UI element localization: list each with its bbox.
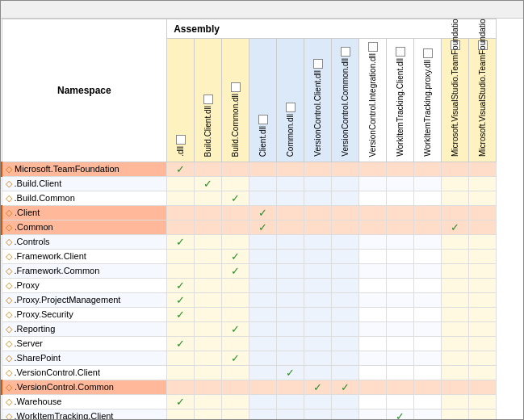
- data-cell-0-2: [222, 162, 249, 177]
- data-cell-16-1: [195, 395, 222, 410]
- data-cell-0-7: [359, 162, 387, 177]
- data-cell-8-1: [195, 279, 222, 293]
- data-cell-8-0: ✓: [167, 279, 195, 293]
- col-checkbox-7[interactable]: [368, 42, 378, 52]
- data-cell-13-6: [332, 351, 359, 366]
- col-label-3: Client.dll: [258, 126, 267, 157]
- ns-name-3: .Client: [15, 208, 40, 217]
- data-cell-9-10: [442, 293, 469, 308]
- col-checkbox-4[interactable]: [286, 103, 296, 112]
- col-checkbox-6[interactable]: [341, 47, 350, 57]
- data-cell-10-0: ✓: [167, 308, 195, 322]
- col-checkbox-0[interactable]: [176, 135, 186, 145]
- table-row: ◇ .Server✓: [2, 337, 497, 351]
- ns-cell-14: ◇ .VersionControl.Client: [2, 366, 167, 380]
- data-cell-17-0: [167, 410, 195, 420]
- checkmark-4-10: ✓: [451, 221, 459, 233]
- title-bar: [1, 1, 523, 19]
- col-header-5: VersionControl.Client.dll: [304, 39, 332, 162]
- data-cell-5-4: [277, 235, 304, 250]
- data-cell-12-10: [442, 337, 469, 351]
- data-cell-2-4: [277, 191, 304, 206]
- col-checkbox-2[interactable]: [231, 82, 241, 92]
- data-cell-7-8: [387, 264, 414, 279]
- diamond-8: ◇: [6, 280, 15, 290]
- checkmark-3-3: ✓: [258, 207, 267, 219]
- data-cell-13-8: [387, 351, 414, 366]
- data-cell-3-11: [469, 206, 497, 220]
- col-label-1: Build.Client.dll: [203, 106, 212, 157]
- checkmark-0-0: ✓: [176, 163, 185, 175]
- data-cell-1-10: [442, 177, 469, 191]
- data-cell-14-3: [249, 366, 277, 380]
- data-cell-12-6: [332, 337, 359, 351]
- data-cell-4-7: [359, 220, 387, 235]
- data-cell-6-8: [387, 250, 414, 264]
- data-cell-13-0: [167, 351, 195, 366]
- ns-name-9: .Proxy.ProjectManagement: [15, 295, 121, 304]
- data-cell-14-11: [469, 366, 497, 380]
- data-cell-14-10: [442, 366, 469, 380]
- col-header-0: .dll: [167, 39, 195, 162]
- data-cell-11-3: [249, 322, 277, 337]
- col-checkbox-9[interactable]: [423, 48, 433, 58]
- data-cell-1-4: [277, 177, 304, 191]
- table-row: ◇ .Client✓: [2, 206, 497, 220]
- ns-cell-13: ◇ .SharePoint: [2, 351, 167, 366]
- ns-cell-11: ◇ .Reporting: [2, 322, 167, 337]
- data-cell-5-2: [222, 235, 249, 250]
- diamond-0: ◇: [6, 164, 15, 174]
- ns-name-6: .Framework.Client: [15, 251, 86, 261]
- table-row: ◇ .SharePoint✓: [2, 351, 497, 366]
- col-label-7: VersionControl.Integration.dll: [368, 53, 377, 157]
- data-cell-14-4: ✓: [277, 366, 304, 380]
- col-label-10: Microsoft.VisualStudio.TeamFoundation.dl…: [451, 52, 459, 157]
- data-cell-11-8: [387, 322, 414, 337]
- data-cell-2-7: [359, 191, 387, 206]
- data-cell-12-4: [277, 337, 304, 351]
- ns-cell-4: ◇ .Common: [2, 220, 167, 235]
- col-label-11: Microsoft.VisualStudio.TeamFoundation.Cl…: [478, 52, 487, 157]
- col-header-9: WorkItemTracking.proxy.dll: [414, 39, 442, 162]
- data-cell-8-8: [387, 279, 414, 293]
- data-cell-13-5: [304, 351, 332, 366]
- diamond-12: ◇: [6, 338, 15, 348]
- data-cell-10-10: [442, 308, 469, 322]
- data-cell-10-2: [222, 308, 249, 322]
- data-cell-1-5: [304, 177, 332, 191]
- data-cell-9-4: [277, 293, 304, 308]
- ns-cell-15: ◇ .VersionControl.Common: [2, 380, 167, 395]
- checkmark-2-2: ✓: [231, 192, 240, 204]
- data-cell-1-6: [332, 177, 359, 191]
- data-cell-12-8: [387, 337, 414, 351]
- data-cell-4-5: [304, 220, 332, 235]
- data-cell-15-7: [359, 380, 387, 395]
- data-cell-2-1: [195, 191, 222, 206]
- col-label-5: VersionControl.Client.dll: [313, 70, 322, 157]
- data-cell-15-6: ✓: [332, 380, 359, 395]
- diamond-9: ◇: [6, 295, 15, 304]
- data-cell-6-4: [277, 250, 304, 264]
- data-cell-3-3: ✓: [249, 206, 277, 220]
- diamond-10: ◇: [6, 309, 15, 319]
- col-checkbox-8[interactable]: [396, 47, 405, 57]
- data-cell-2-6: [332, 191, 359, 206]
- data-cell-9-0: ✓: [167, 293, 195, 308]
- data-cell-3-8: [387, 206, 414, 220]
- data-cell-1-3: [249, 177, 277, 191]
- namespace-header: Namespace: [2, 19, 167, 162]
- data-cell-7-0: [167, 264, 195, 279]
- checkmark-12-0: ✓: [176, 338, 185, 350]
- data-cell-14-1: [195, 366, 222, 380]
- data-cell-7-5: [304, 264, 332, 279]
- ns-cell-1: ◇ .Build.Client: [2, 177, 167, 191]
- data-cell-12-5: [304, 337, 332, 351]
- data-cell-17-1: [195, 410, 222, 420]
- data-cell-6-0: [167, 250, 195, 264]
- data-cell-3-0: [167, 206, 195, 220]
- diamond-17: ◇: [6, 411, 15, 419]
- col-checkbox-1[interactable]: [203, 94, 213, 104]
- data-cell-14-9: [414, 366, 442, 380]
- col-checkbox-3[interactable]: [258, 115, 268, 124]
- col-checkbox-5[interactable]: [313, 59, 323, 69]
